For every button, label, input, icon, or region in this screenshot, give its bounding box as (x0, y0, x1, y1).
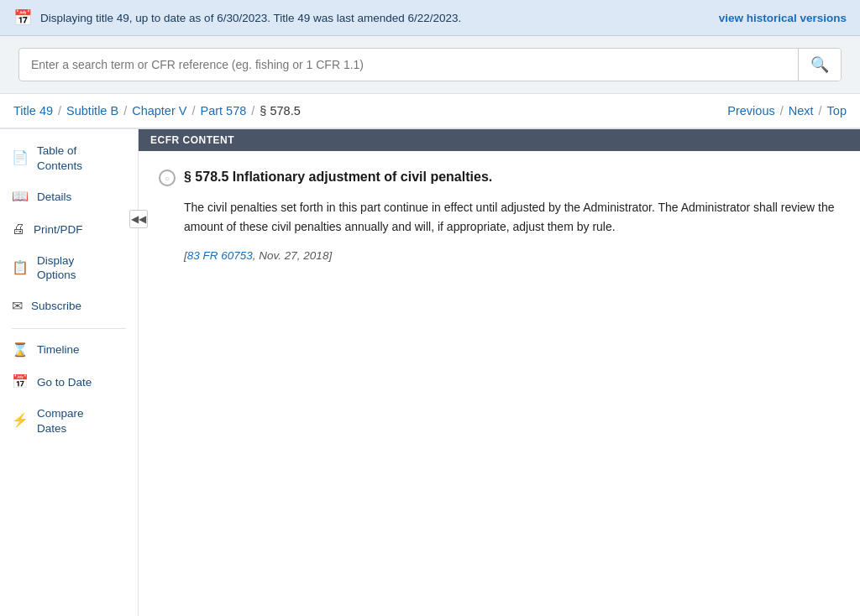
section-body-text: The civil penalties set forth in this pa… (159, 198, 840, 236)
sep4: / (251, 104, 254, 117)
citation: [83 FR 60753, Nov. 27, 2018] (159, 249, 840, 262)
sidebar-item-go-to-date[interactable]: 📅 Go to Date (0, 366, 138, 399)
sidebar-item-label: CompareDates (37, 406, 84, 436)
sidebar-item-label: Details (37, 190, 71, 205)
sidebar-item-subscribe[interactable]: ✉ Subscribe (0, 290, 138, 323)
top-link[interactable]: Top (827, 104, 847, 117)
sidebar-item-label: Subscribe (31, 299, 81, 314)
sidebar-item-table-of-contents[interactable]: 📄 Table ofContents (0, 136, 138, 180)
search-form: 🔍 (18, 48, 842, 81)
collapse-sidebar-button[interactable]: ◀◀ (129, 210, 148, 228)
sidebar-item-label: DisplayOptions (37, 253, 76, 283)
sidebar-item-label: Timeline (37, 342, 80, 358)
content-body: ○ § 578.5 Inflationary adjustment of civ… (139, 151, 860, 279)
sidebar-item-timeline[interactable]: ⌛ Timeline (0, 334, 138, 367)
search-bar: 🔍 (0, 36, 860, 94)
breadcrumb: Title 49 / Subtitle B / Chapter V / Part… (13, 104, 301, 117)
sidebar-item-display-options[interactable]: 📋 DisplayOptions (0, 246, 138, 290)
top-info-bar: 📅 Displaying title 49, up to date as of … (0, 0, 860, 36)
ecfr-header: eCFR Content (139, 129, 860, 151)
search-input[interactable] (19, 49, 798, 81)
calendar-icon: 📅 (13, 8, 32, 27)
sidebar-item-compare-dates[interactable]: ⚡ CompareDates (0, 399, 138, 443)
breadcrumb-subtitleb[interactable]: Subtitle B (66, 104, 118, 117)
sidebar-item-print-pdf[interactable]: 🖨 Print/PDF (0, 213, 138, 246)
sidebar-item-label: Print/PDF (34, 222, 83, 238)
breadcrumb-bar: Title 49 / Subtitle B / Chapter V / Part… (0, 94, 860, 129)
go-to-date-icon: 📅 (12, 373, 29, 391)
sidebar-item-details[interactable]: 📖 Details (0, 180, 138, 213)
previous-link[interactable]: Previous (727, 104, 774, 117)
toc-icon: 📄 (12, 149, 29, 167)
breadcrumb-chapterv[interactable]: Chapter V (132, 104, 186, 117)
info-text: Displaying title 49, up to date as of 6/… (40, 12, 711, 24)
view-historical-versions-link[interactable]: view historical versions (719, 12, 847, 24)
next-link[interactable]: Next (789, 104, 814, 117)
content-area: eCFR Content ○ § 578.5 Inflationary adju… (139, 129, 860, 616)
breadcrumb-part578[interactable]: Part 578 (200, 104, 246, 117)
details-icon: 📖 (12, 188, 29, 206)
sidebar-item-label: Go to Date (37, 375, 92, 390)
sidebar: 📄 Table ofContents 📖 Details 🖨 Print/PDF… (0, 129, 139, 616)
sep1: / (58, 104, 61, 117)
section-anchor[interactable]: ○ (159, 170, 176, 186)
timeline-icon: ⌛ (12, 342, 29, 359)
breadcrumb-title49[interactable]: Title 49 (13, 104, 53, 117)
breadcrumb-nav: Previous / Next / Top (727, 104, 847, 117)
citation-rest: , Nov. 27, 2018] (253, 249, 332, 262)
subscribe-icon: ✉ (12, 298, 23, 316)
display-options-icon: 📋 (12, 259, 29, 277)
section-heading: § 578.5 Inflationary adjustment of civil… (184, 168, 492, 186)
breadcrumb-current: § 578.5 (260, 104, 300, 117)
citation-link[interactable]: 83 FR 60753 (187, 249, 253, 262)
search-button[interactable]: 🔍 (798, 49, 841, 81)
sidebar-divider (12, 328, 126, 329)
sep3: / (191, 104, 195, 117)
sidebar-item-label: Table ofContents (37, 144, 82, 173)
compare-dates-icon: ⚡ (12, 412, 29, 430)
section-title-row: ○ § 578.5 Inflationary adjustment of civ… (159, 168, 840, 186)
sep2: / (123, 104, 127, 117)
main-layout: 📄 Table ofContents 📖 Details 🖨 Print/PDF… (0, 129, 860, 616)
print-icon: 🖨 (12, 221, 25, 238)
